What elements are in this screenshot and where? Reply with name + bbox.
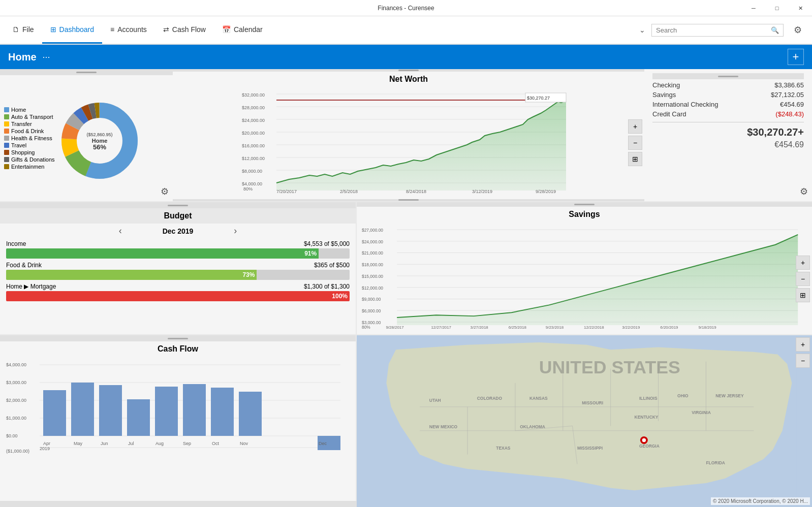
chevron-down-button[interactable]: ⌄ [633, 21, 651, 39]
zoom-out-button[interactable]: − [628, 136, 642, 150]
panel-drag-accounts[interactable] [652, 73, 804, 79]
title-bar: Finances - Curensee ─ □ ✕ [0, 0, 812, 16]
zoom-in-button[interactable]: + [628, 119, 642, 134]
budget-next-button[interactable]: › [234, 226, 237, 236]
donut-settings-button[interactable]: ⚙ [161, 186, 169, 197]
budget-date: Dec 2019 [163, 227, 194, 235]
savings-chart: $27,000.00 $24,000.00 $21,000.00 $18,000… [361, 224, 808, 331]
svg-text:VIRGINIA: VIRGINIA [692, 410, 711, 415]
legend-label-shopping: Shopping [11, 149, 35, 155]
legend-shopping: Shopping [4, 149, 55, 155]
panel-drag-budget[interactable] [0, 202, 356, 208]
add-widget-button[interactable]: + [788, 49, 804, 65]
budget-income-fill: 91% [6, 248, 319, 259]
accounts-panel: Checking $3,386.65 Savings $27,132.05 In… [644, 69, 812, 201]
accounts-menu[interactable]: ≡ Accounts [102, 16, 155, 44]
account-checking: Checking $3,386.65 [652, 81, 804, 89]
svg-text:Aug: Aug [155, 441, 164, 446]
legend-auto: Auto & Transport [4, 114, 55, 120]
cashflow-chart-area: $4,000.00 $3,000.00 $2,000.00 $1,000.00 … [0, 357, 356, 507]
svg-text:Dec: Dec [319, 441, 327, 446]
panel-drag-spending[interactable] [0, 69, 173, 75]
panel-drag-networth-bottom[interactable] [398, 199, 419, 201]
legend-dot-home [4, 107, 9, 112]
bar-aug[interactable] [155, 387, 178, 436]
legend-home: Home [4, 107, 55, 113]
file-menu[interactable]: 🗋 File [4, 16, 42, 44]
budget-panel: Budget ‹ Dec 2019 › Income $4,553 of $5,… [0, 202, 356, 334]
legend-label-food: Food & Drink [11, 128, 44, 134]
svg-text:2019: 2019 [40, 446, 50, 451]
account-balance-credit-card: ($248.43) [775, 110, 804, 118]
svg-text:$21,000.00: $21,000.00 [362, 251, 383, 256]
minimize-button[interactable]: ─ [742, 0, 765, 16]
bar-nov[interactable] [239, 392, 262, 436]
legend-label-transfer: Transfer [11, 121, 32, 127]
svg-text:$24,000.00: $24,000.00 [242, 118, 265, 123]
svg-text:Sep: Sep [183, 441, 191, 446]
spending-panel: Home Auto & Transport Transfer Food & Dr… [0, 69, 173, 201]
svg-text:$8,000.00: $8,000.00 [242, 169, 262, 174]
file-label: File [22, 25, 34, 34]
accounts-settings-button[interactable]: ⚙ [800, 186, 808, 197]
bar-apr[interactable] [43, 390, 66, 436]
networth-chart-area: $32,000.00 $28,000.00 $24,000.00 $20,000… [173, 87, 644, 199]
settings-button[interactable]: ⚙ [788, 20, 808, 40]
savings-fit-button[interactable]: ⊞ [796, 288, 810, 302]
donut-legend: Home Auto & Transport Transfer Food & Dr… [4, 107, 55, 170]
legend-label-travel: Travel [11, 142, 26, 148]
legend-dot-food [4, 129, 9, 134]
svg-text:$4,000.00: $4,000.00 [242, 181, 262, 186]
account-balance-intl-checking: €454.69 [780, 101, 804, 108]
budget-item-income: Income $4,553 of $5,000 91% [6, 240, 350, 259]
donut-container: Home Auto & Transport Transfer Food & Dr… [0, 75, 173, 201]
calendar-menu[interactable]: 📅 Calendar [214, 16, 271, 44]
svg-text:FLORIDA: FLORIDA [706, 460, 725, 465]
budget-mortgage-fill: 100% [6, 291, 350, 301]
svg-text:KENTUCKY: KENTUCKY [635, 415, 659, 420]
svg-text:$1,000.00: $1,000.00 [6, 416, 26, 421]
cashflow-icon: ⇄ [163, 25, 169, 34]
mid-row: Budget ‹ Dec 2019 › Income $4,553 of $5,… [0, 202, 812, 334]
fit-button[interactable]: ⊞ [628, 152, 642, 166]
menu-bar: 🗋 File ⊞ Dashboard ≡ Accounts ⇄ Cash Flo… [0, 16, 812, 45]
dashboard-menu[interactable]: ⊞ Dashboard [42, 16, 103, 44]
budget-item-food-header: Food & Drink $365 of $500 [6, 262, 350, 269]
bar-may[interactable] [71, 383, 94, 436]
savings-chart-area: $27,000.00 $24,000.00 $21,000.00 $18,000… [357, 222, 812, 334]
svg-text:3/22/2019: 3/22/2019 [622, 325, 640, 330]
maximize-button[interactable]: □ [765, 0, 789, 16]
panel-drag-savings[interactable] [357, 202, 812, 207]
budget-prev-button[interactable]: ‹ [119, 226, 122, 236]
legend-transfer: Transfer [4, 121, 55, 127]
legend-dot-gifts [4, 157, 9, 162]
legend-label-home: Home [11, 107, 26, 113]
svg-text:12/27/2017: 12/27/2017 [431, 325, 451, 330]
svg-text:$28,000.00: $28,000.00 [242, 105, 265, 110]
map-zoom-out-button[interactable]: − [796, 354, 810, 368]
budget-item-mortgage-header: Home ▶ Mortgage $1,300 of $1,300 [6, 283, 350, 290]
savings-zoom-out-button[interactable]: − [796, 272, 810, 286]
budget-nav: ‹ Dec 2019 › [0, 224, 356, 238]
account-name-savings: Savings [652, 91, 676, 99]
budget-food-amount: $365 of $500 [314, 262, 350, 269]
cashflow-menu[interactable]: ⇄ Cash Flow [155, 16, 214, 44]
bar-oct[interactable] [211, 388, 234, 436]
search-input[interactable] [656, 26, 768, 34]
svg-text:$4,000.00: $4,000.00 [6, 362, 26, 367]
bar-sep[interactable] [183, 384, 206, 436]
bar-jun[interactable] [99, 385, 122, 436]
legend-label-auto: Auto & Transport [11, 114, 53, 120]
account-name-checking: Checking [652, 81, 680, 89]
close-button[interactable]: ✕ [789, 0, 812, 16]
panel-drag-cashflow[interactable] [0, 335, 356, 341]
map-copyright: © 2020 Microsoft Corporation, © 2020 H..… [711, 497, 810, 505]
budget-item-mortgage: Home ▶ Mortgage $1,300 of $1,300 100% [6, 283, 350, 301]
map-svg: UTAH COLORADO KANSAS MISSOURI ILLINOIS O… [357, 335, 812, 507]
search-box[interactable]: 🔍 [651, 24, 784, 37]
home-more-button[interactable]: ··· [43, 52, 50, 62]
savings-zoom-in-button[interactable]: + [796, 256, 810, 270]
bar-jul[interactable] [127, 399, 150, 436]
map-zoom-in-button[interactable]: + [796, 337, 810, 352]
svg-text:8/24/2018: 8/24/2018 [406, 189, 426, 194]
